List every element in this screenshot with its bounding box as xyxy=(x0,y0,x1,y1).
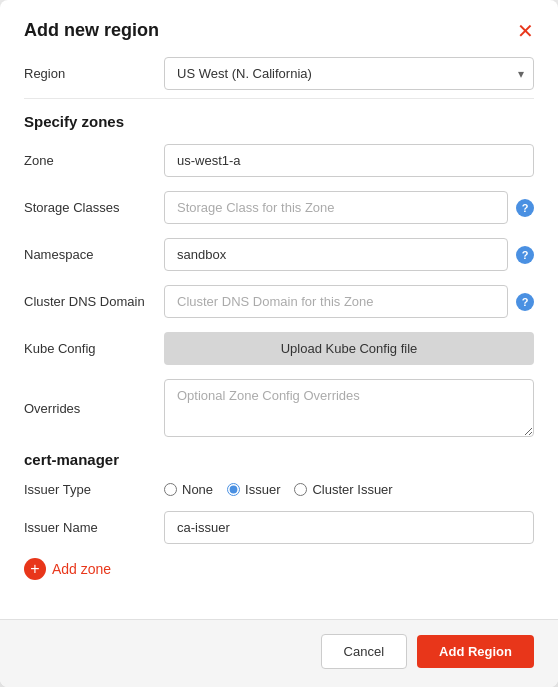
issuer-name-label: Issuer Name xyxy=(24,520,164,535)
radio-none[interactable]: None xyxy=(164,482,213,497)
issuer-type-wrap: None Issuer Cluster Issuer xyxy=(164,482,534,497)
issuer-name-input[interactable] xyxy=(164,511,534,544)
storage-classes-label: Storage Classes xyxy=(24,200,164,215)
cluster-dns-wrap: ? xyxy=(164,285,534,318)
cancel-button[interactable]: Cancel xyxy=(321,634,407,669)
overrides-wrap xyxy=(164,379,534,437)
radio-issuer-label: Issuer xyxy=(245,482,280,497)
add-zone-label: Add zone xyxy=(52,561,111,577)
zone-input-wrap xyxy=(164,144,534,177)
namespace-help-icon[interactable]: ? xyxy=(516,246,534,264)
modal-header: Add new region ✕ xyxy=(0,0,558,57)
overrides-label: Overrides xyxy=(24,401,164,416)
overrides-row: Overrides xyxy=(24,379,534,437)
region-select-wrapper: US West (N. California) ▾ xyxy=(164,57,534,90)
kube-config-wrap: Upload Kube Config file xyxy=(164,332,534,365)
namespace-wrap: ? xyxy=(164,238,534,271)
overrides-textarea[interactable] xyxy=(164,379,534,437)
radio-issuer[interactable]: Issuer xyxy=(227,482,280,497)
radio-cluster-issuer-input[interactable] xyxy=(294,483,307,496)
issuer-type-row: Issuer Type None Issuer Cluster Issuer xyxy=(24,482,534,497)
cert-manager-title: cert-manager xyxy=(24,451,534,468)
issuer-type-label: Issuer Type xyxy=(24,482,164,497)
radio-cluster-issuer-label: Cluster Issuer xyxy=(312,482,392,497)
modal-footer: Cancel Add Region xyxy=(0,619,558,687)
region-row: Region US West (N. California) ▾ xyxy=(24,57,534,90)
region-label: Region xyxy=(24,66,164,81)
upload-kube-config-button[interactable]: Upload Kube Config file xyxy=(164,332,534,365)
add-region-modal: Add new region ✕ Region US West (N. Cali… xyxy=(0,0,558,687)
region-select-wrap: US West (N. California) ▾ xyxy=(164,57,534,90)
radio-none-input[interactable] xyxy=(164,483,177,496)
zone-input[interactable] xyxy=(164,144,534,177)
cluster-dns-input[interactable] xyxy=(164,285,508,318)
issuer-name-row: Issuer Name xyxy=(24,511,534,544)
modal-body: Region US West (N. California) ▾ Specify… xyxy=(0,57,558,619)
kube-config-label: Kube Config xyxy=(24,341,164,356)
cluster-dns-row: Cluster DNS Domain ? xyxy=(24,285,534,318)
region-select[interactable]: US West (N. California) xyxy=(164,57,534,90)
storage-classes-help-icon[interactable]: ? xyxy=(516,199,534,217)
add-region-button[interactable]: Add Region xyxy=(417,635,534,668)
storage-classes-input[interactable] xyxy=(164,191,508,224)
issuer-name-wrap xyxy=(164,511,534,544)
cluster-dns-help-icon[interactable]: ? xyxy=(516,293,534,311)
namespace-label: Namespace xyxy=(24,247,164,262)
specify-zones-title: Specify zones xyxy=(24,113,534,130)
close-button[interactable]: ✕ xyxy=(517,21,534,41)
modal-title: Add new region xyxy=(24,20,159,41)
namespace-input[interactable] xyxy=(164,238,508,271)
storage-classes-wrap: ? xyxy=(164,191,534,224)
radio-issuer-input[interactable] xyxy=(227,483,240,496)
divider-1 xyxy=(24,98,534,99)
radio-cluster-issuer[interactable]: Cluster Issuer xyxy=(294,482,392,497)
add-zone-icon: + xyxy=(24,558,46,580)
zone-label: Zone xyxy=(24,153,164,168)
cluster-dns-label: Cluster DNS Domain xyxy=(24,294,164,309)
add-zone-button[interactable]: + Add zone xyxy=(24,558,111,580)
kube-config-row: Kube Config Upload Kube Config file xyxy=(24,332,534,365)
issuer-type-radio-group: None Issuer Cluster Issuer xyxy=(164,482,393,497)
namespace-row: Namespace ? xyxy=(24,238,534,271)
storage-classes-row: Storage Classes ? xyxy=(24,191,534,224)
zone-row: Zone xyxy=(24,144,534,177)
radio-none-label: None xyxy=(182,482,213,497)
